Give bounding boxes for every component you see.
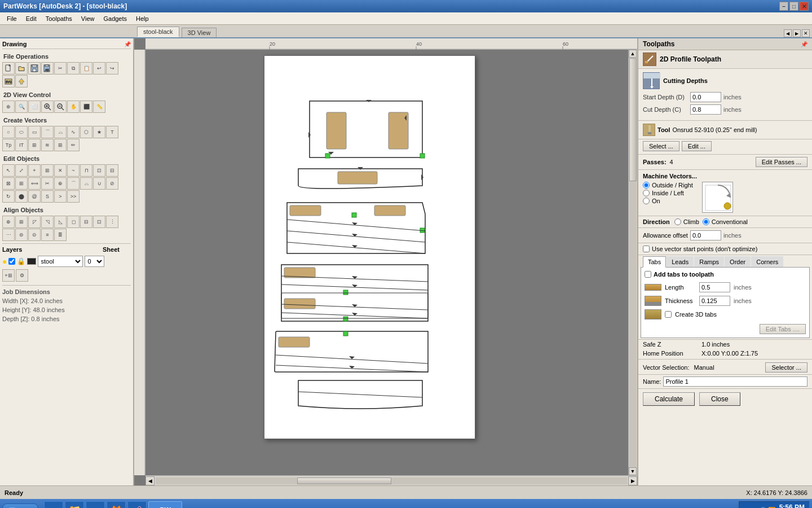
align-eq2-icon[interactable]: ≣ [54,229,67,241]
menu-help[interactable]: Help [131,14,153,23]
tab-close-button[interactable]: ✕ [802,29,810,37]
ruler-icon[interactable]: 📏 [93,100,105,113]
offset-icon[interactable]: ⊡ [93,164,105,177]
spiro-icon[interactable]: @ [28,190,41,203]
explode-icon[interactable]: ⊘ [106,177,118,190]
select-tool-button[interactable]: Select ... [643,141,679,151]
close-button[interactable]: Close [699,392,740,406]
weld-icon[interactable]: ⊕ [54,177,67,190]
toolpaths-pin-icon[interactable]: 📌 [801,41,807,47]
align-cv-icon[interactable]: ⊜ [15,229,28,241]
edit-tool-button[interactable]: Edit ... [682,141,712,151]
ellipse-icon[interactable]: ⬭ [15,126,28,138]
restore-button[interactable]: □ [789,2,798,11]
polygon-icon[interactable]: ⬡ [80,126,92,138]
edit-tabs-button[interactable]: Edit Tabs .... [760,324,806,334]
select-tool-icon[interactable]: ↖ [2,164,15,177]
text-select-icon[interactable]: IT [15,139,28,151]
trim-icon[interactable]: ✂ [41,177,54,190]
save-icon[interactable] [28,62,41,75]
taskbar-paint-icon[interactable]: 🖌 [127,501,147,508]
smooth-icon[interactable]: ~ [67,164,80,177]
radio-conventional[interactable] [703,218,709,225]
section-file-ops[interactable]: File Operations [2,52,131,60]
zoom-all-icon[interactable]: ⊕ [2,100,15,113]
name-input[interactable] [663,376,807,387]
distort-icon[interactable]: ≋ [41,139,54,151]
allowance-input[interactable] [690,230,721,240]
scroll-right-btn[interactable]: ▶ [628,476,637,485]
thickness-input[interactable] [699,296,730,306]
add-tabs-checkbox[interactable] [645,271,651,278]
zoom-out-icon[interactable] [54,100,67,113]
menu-view[interactable]: View [77,14,99,23]
path2-icon[interactable]: >> [67,190,80,203]
cut-icon[interactable]: ✂ [54,62,67,75]
mirror-icon[interactable]: ⟺ [28,177,41,190]
create-3d-checkbox[interactable] [665,311,672,318]
v-scroll-track[interactable] [629,58,637,468]
arc-icon[interactable]: ⌓ [54,126,67,138]
radio-on[interactable] [643,198,650,204]
circle-icon[interactable]: ○ [2,126,15,138]
draw-icon[interactable]: ✏ [67,139,80,151]
paste-icon[interactable]: 📋 [80,62,92,75]
taskbar-explorer-icon[interactable]: 📁 [65,501,84,508]
align-hc-icon[interactable]: ⊟ [80,216,92,228]
ungroup-icon[interactable]: ⊠ [2,177,15,190]
taskbar-firefox-icon[interactable]: 🦊 [107,501,126,508]
vector-start-checkbox[interactable] [643,246,650,252]
move-icon[interactable]: ⤢ [15,164,28,177]
calculate-button[interactable]: Calculate [643,392,695,406]
pan-icon[interactable]: ✋ [67,100,80,113]
menu-file[interactable]: File [2,14,21,23]
transform-icon[interactable]: ⊞ [28,139,41,151]
radio-climb[interactable] [674,218,681,225]
text-path-icon[interactable]: Tp [2,139,15,151]
tab-3d-view[interactable]: 3D View [182,28,217,37]
v-scrollbar[interactable]: ▲ ▼ [628,50,637,475]
section-align-objects[interactable]: Align Objects [2,206,131,214]
zoom-circle-icon[interactable]: 🔍 [15,100,28,113]
polyline-icon[interactable]: ⌒ [41,126,54,138]
bezier-icon[interactable]: ∿ [67,126,80,138]
path-icon[interactable]: > [54,190,67,203]
spiral2-icon[interactable]: S [41,190,54,203]
section-create-vectors[interactable]: Create Vectors [2,116,131,124]
star-icon[interactable]: ★ [93,126,105,138]
layer-settings-icon[interactable]: ⚙ [16,269,28,282]
pin-icon[interactable]: 📌 [124,41,131,47]
text-icon[interactable]: T [106,126,118,138]
minimize-button[interactable]: – [779,2,788,11]
copy-icon[interactable]: ⧉ [67,62,80,75]
align-tr-icon[interactable]: ◹ [41,216,54,228]
align-vc-icon[interactable]: ⊡ [93,216,105,228]
select-icon[interactable]: ⬛ [80,100,92,113]
zoom-in-icon[interactable] [41,100,54,113]
title-bar-controls[interactable]: – □ ✕ [779,2,809,11]
menu-gadgets[interactable]: Gadgets [99,14,131,23]
align-tl-icon[interactable]: ◸ [28,216,41,228]
scroll-left-btn[interactable]: ◀ [145,476,155,485]
bitmap-icon[interactable]: ⊞ [54,139,67,151]
cut-depth-input[interactable] [690,104,721,115]
tab-next-button[interactable]: ▶ [793,29,801,37]
save-as-icon[interactable]: AS [41,62,54,75]
canvas-area[interactable]: 20 40 60 [134,38,637,485]
undo-icon[interactable]: ↩ [93,62,105,75]
export-icon[interactable] [15,75,28,87]
sheet-select[interactable]: 0 [85,256,104,267]
taskbar-ie-icon[interactable]: e [44,501,63,508]
rotate-icon[interactable]: ↻ [2,190,15,203]
radio-outside-right[interactable] [643,182,650,189]
tab-ramps[interactable]: Ramps [694,256,724,267]
tab-leads[interactable]: Leads [667,256,694,267]
scroll-up-btn[interactable]: ▲ [629,50,637,58]
rect-icon[interactable]: ▭ [28,126,41,138]
tab-corners[interactable]: Corners [751,256,783,267]
align-ch-icon[interactable]: ⊝ [28,229,41,241]
scale-icon[interactable]: ⊟ [106,164,118,177]
layer-select[interactable]: stool [38,256,83,267]
redo-icon[interactable]: ↪ [106,62,118,75]
tab-tabs[interactable]: Tabs [643,256,666,268]
